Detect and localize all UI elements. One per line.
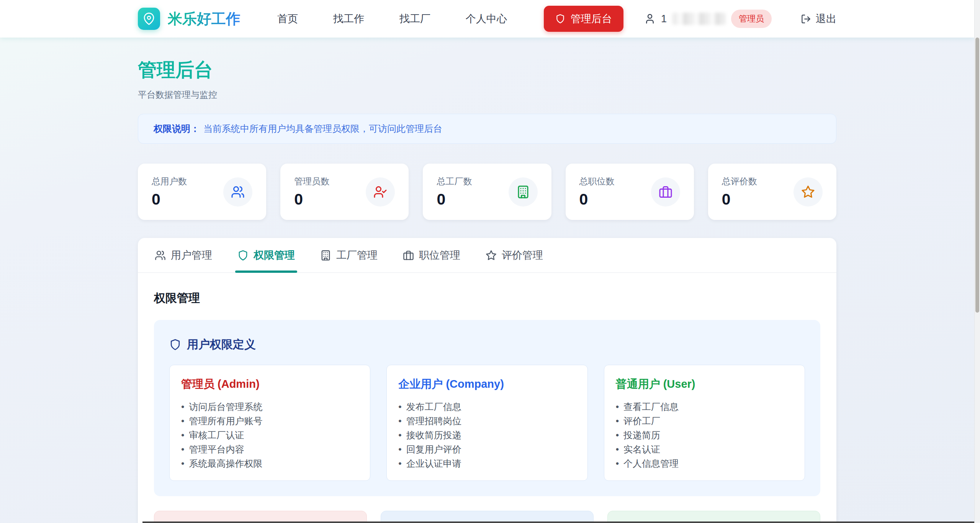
role-permission-list: 发布工厂信息 管理招聘岗位 接收简历投递 回复用户评价 企业认证申请 <box>398 400 576 471</box>
page-title: 管理后台 <box>138 57 836 83</box>
role-permission-list: 查看工厂信息 评价工厂 投递简历 实名认证 个人信息管理 <box>616 400 793 471</box>
permission-item: 企业认证申请 <box>398 456 576 471</box>
brand-name: 米乐好工作 <box>168 9 241 29</box>
stat-card-total-users: 总用户数 0 <box>138 164 266 220</box>
admin-backend-label: 管理后台 <box>571 12 612 26</box>
window-bottom-edge <box>142 521 974 523</box>
tab-label: 用户管理 <box>171 248 212 262</box>
page-viewport: 米乐好工作 首页 找工作 找工厂 个人中心 管理后台 <box>0 0 974 523</box>
stat-value: 0 <box>437 190 472 208</box>
tab-label: 工厂管理 <box>336 248 378 262</box>
permission-tab-content: 权限管理 用户权限定义 管理员 (Admin) 访问后台管理系统 <box>138 273 836 523</box>
briefcase-icon <box>651 177 680 207</box>
tab-review-management[interactable]: 评价管理 <box>485 238 544 272</box>
nav-item-find-job[interactable]: 找工作 <box>333 12 364 26</box>
role-title: 管理员 (Admin) <box>181 377 358 392</box>
logout-icon <box>801 14 811 24</box>
users-icon <box>155 250 166 261</box>
permission-item: 管理所有用户账号 <box>181 414 358 428</box>
admin-tabs: 用户管理 权限管理 工厂管理 <box>138 238 836 273</box>
primary-nav: 首页 找工作 找工厂 个人中心 <box>277 12 507 26</box>
nav-item-find-factory[interactable]: 找工厂 <box>399 12 430 26</box>
logout-button[interactable]: 退出 <box>801 12 836 26</box>
stat-label: 总用户数 <box>152 175 187 187</box>
star-icon <box>793 177 823 207</box>
tab-factory-management[interactable]: 工厂管理 <box>319 238 378 272</box>
permission-item: 评价工厂 <box>616 414 793 428</box>
stat-card-total-reviews: 总评价数 0 <box>708 164 836 220</box>
role-badge: 管理员 <box>731 10 772 28</box>
admin-panel-card: 用户管理 权限管理 工厂管理 <box>138 238 836 523</box>
permission-item: 系统最高操作权限 <box>181 456 358 471</box>
permission-item: 管理招聘岗位 <box>398 414 576 428</box>
panel-title: 用户权限定义 <box>187 337 256 352</box>
tab-job-management[interactable]: 职位管理 <box>402 238 461 272</box>
permission-item: 回复用户评价 <box>398 442 576 456</box>
stats-row: 总用户数 0 管理员数 0 总工厂数 0 <box>138 164 836 220</box>
user-check-icon <box>366 177 395 207</box>
permission-item: 个人信息管理 <box>616 456 793 471</box>
tab-user-management[interactable]: 用户管理 <box>154 238 213 272</box>
permission-item: 查看工厂信息 <box>616 400 793 414</box>
nav-item-profile[interactable]: 个人中心 <box>466 12 507 26</box>
stat-label: 总职位数 <box>579 175 615 187</box>
permission-item: 发布工厂信息 <box>398 400 576 414</box>
permission-item: 投递简历 <box>616 428 793 442</box>
role-card-admin: 管理员 (Admin) 访问后台管理系统 管理所有用户账号 审核工厂认证 管理平… <box>169 365 370 481</box>
tab-label: 职位管理 <box>419 248 460 262</box>
notice-label: 权限说明： <box>154 123 200 135</box>
permission-item: 审核工厂认证 <box>181 428 358 442</box>
stat-value: 0 <box>722 190 757 208</box>
page-subtitle: 平台数据管理与监控 <box>138 89 836 101</box>
brand[interactable]: 米乐好工作 <box>138 8 241 30</box>
user-chip[interactable]: 1 管理员 <box>644 10 772 28</box>
stat-value: 0 <box>152 190 187 208</box>
shield-icon <box>555 14 565 24</box>
scrollbar-thumb[interactable] <box>975 38 979 313</box>
username-visible-text: 1 <box>661 13 667 25</box>
stat-card-total-factories: 总工厂数 0 <box>423 164 551 220</box>
permission-definition-panel: 用户权限定义 管理员 (Admin) 访问后台管理系统 管理所有用户账号 审核工… <box>154 320 820 496</box>
briefcase-icon <box>403 250 414 261</box>
shield-icon <box>237 250 249 261</box>
stat-card-admins: 管理员数 0 <box>280 164 409 220</box>
role-title: 企业用户 (Company) <box>398 377 576 392</box>
stat-value: 0 <box>579 190 615 208</box>
permission-item: 访问后台管理系统 <box>181 400 358 414</box>
permission-item: 接收简历投递 <box>398 428 576 442</box>
user-icon <box>644 13 656 25</box>
nav-item-home[interactable]: 首页 <box>277 12 298 26</box>
nav-right-group: 管理后台 1 管理员 退出 <box>544 6 836 32</box>
stat-value: 0 <box>294 190 329 208</box>
tab-label: 评价管理 <box>502 248 543 262</box>
role-permission-list: 访问后台管理系统 管理所有用户账号 审核工厂认证 管理平台内容 系统最高操作权限 <box>181 400 358 471</box>
permission-item: 实名认证 <box>616 442 793 456</box>
building-icon <box>320 250 331 261</box>
role-card-company: 企业用户 (Company) 发布工厂信息 管理招聘岗位 接收简历投递 回复用户… <box>386 365 587 481</box>
role-title: 普通用户 (User) <box>616 377 793 392</box>
tab-permission-management[interactable]: 权限管理 <box>237 238 296 272</box>
vertical-scrollbar[interactable] <box>974 0 980 523</box>
permission-notice-banner: 权限说明： 当前系统中所有用户均具备管理员权限，可访问此管理后台 <box>138 114 836 144</box>
users-icon <box>223 177 252 207</box>
logout-label: 退出 <box>816 12 836 26</box>
permission-item: 管理平台内容 <box>181 442 358 456</box>
map-pin-icon <box>138 8 160 30</box>
building-icon <box>509 177 538 207</box>
top-navbar: 米乐好工作 首页 找工作 找工厂 个人中心 管理后台 <box>0 0 974 38</box>
stat-card-total-jobs: 总职位数 0 <box>566 164 694 220</box>
notice-text: 当前系统中所有用户均具备管理员权限，可访问此管理后台 <box>203 123 442 135</box>
star-icon <box>486 250 497 261</box>
admin-backend-button[interactable]: 管理后台 <box>544 6 623 32</box>
shield-icon <box>169 339 181 351</box>
section-heading: 权限管理 <box>154 290 820 306</box>
stat-label: 总评价数 <box>722 175 757 187</box>
stat-label: 管理员数 <box>294 175 329 187</box>
role-card-user: 普通用户 (User) 查看工厂信息 评价工厂 投递简历 实名认证 个人信息管理 <box>604 365 805 481</box>
stat-label: 总工厂数 <box>437 175 472 187</box>
tab-label: 权限管理 <box>254 248 295 262</box>
username-redacted-block <box>672 13 726 25</box>
